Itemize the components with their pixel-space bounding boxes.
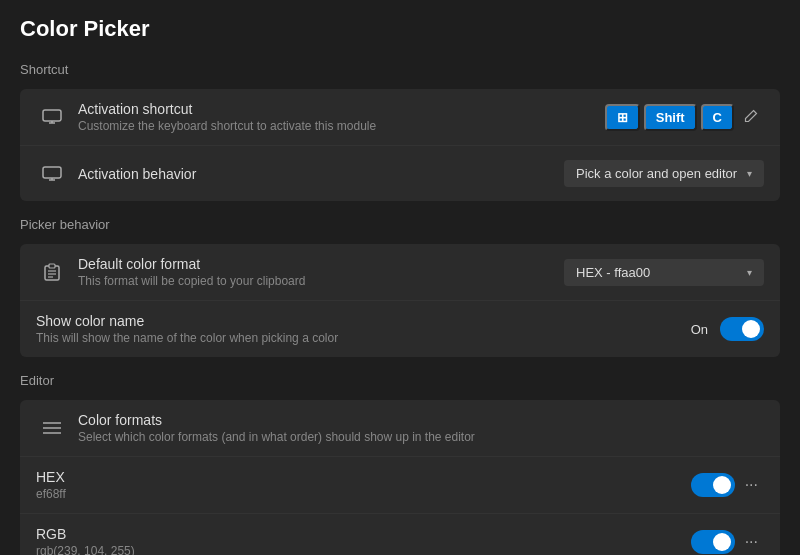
show-color-name-desc: This will show the name of the color whe… — [36, 331, 691, 345]
shortcut-section: Shortcut Activation shortcut Customize t… — [20, 62, 780, 201]
toggle-on-label: On — [691, 322, 708, 337]
hex-toggle[interactable] — [691, 473, 735, 497]
color-formats-row: Color formats Select which color formats… — [20, 400, 780, 456]
hex-more-button[interactable]: ··· — [739, 474, 764, 496]
rgb-format-action: ··· — [691, 530, 764, 554]
chevron-down-icon: ▾ — [747, 168, 752, 179]
shortcut-key-shift[interactable]: Shift — [644, 104, 697, 131]
picker-card: Default color format This format will be… — [20, 244, 780, 357]
toggle-track — [720, 317, 764, 341]
picker-section: Picker behavior Default color format Thi… — [20, 217, 780, 357]
show-color-name-toggle[interactable] — [720, 317, 764, 341]
toggle-thumb — [742, 320, 760, 338]
svg-rect-0 — [43, 110, 61, 121]
show-color-name-row: Show color name This will show the name … — [20, 300, 780, 357]
clipboard-icon — [36, 263, 68, 281]
list-icon — [36, 421, 68, 435]
rgb-toggle-track — [691, 530, 735, 554]
default-color-format-desc: This format will be copied to your clipb… — [78, 274, 564, 288]
color-format-value: HEX - ffaa00 — [576, 265, 650, 280]
color-formats-desc: Select which color formats (and in what … — [78, 430, 764, 444]
show-color-name-title: Show color name — [36, 313, 691, 329]
color-formats-title: Color formats — [78, 412, 764, 428]
activation-shortcut-title: Activation shortcut — [78, 101, 605, 117]
rgb-format-row: RGB rgb(239, 104, 255) ··· — [20, 513, 780, 555]
monitor-icon — [36, 109, 68, 125]
shortcut-section-label: Shortcut — [20, 62, 780, 81]
color-formats-content: Color formats Select which color formats… — [78, 412, 764, 444]
editor-section-label: Editor — [20, 373, 780, 392]
hex-format-content: HEX ef68ff — [36, 469, 691, 501]
rgb-format-content: RGB rgb(239, 104, 255) — [36, 526, 691, 555]
chevron-down-icon-2: ▾ — [747, 267, 752, 278]
shortcut-card: Activation shortcut Customize the keyboa… — [20, 89, 780, 201]
rgb-toggle[interactable] — [691, 530, 735, 554]
rgb-format-name: RGB — [36, 526, 691, 542]
default-color-format-title: Default color format — [78, 256, 564, 272]
shortcut-keys-action: ⊞ Shift C — [605, 104, 764, 131]
activation-shortcut-desc: Customize the keyboard shortcut to activ… — [78, 119, 605, 133]
activation-shortcut-row: Activation shortcut Customize the keyboa… — [20, 89, 780, 145]
activation-behavior-title: Activation behavior — [78, 166, 564, 182]
shortcut-key-c[interactable]: C — [701, 104, 734, 131]
hex-format-action: ··· — [691, 473, 764, 497]
activation-behavior-row: Activation behavior Pick a color and ope… — [20, 145, 780, 201]
rgb-more-button[interactable]: ··· — [739, 531, 764, 553]
editor-section: Editor Color formats Select which color … — [20, 373, 780, 555]
edit-shortcut-button[interactable] — [738, 105, 764, 130]
hex-format-row: HEX ef68ff ··· — [20, 456, 780, 513]
default-color-format-row: Default color format This format will be… — [20, 244, 780, 300]
show-color-name-action: On — [691, 317, 764, 341]
page-title: Color Picker — [20, 16, 780, 42]
monitor-icon-2 — [36, 166, 68, 182]
activation-behavior-value: Pick a color and open editor — [576, 166, 737, 181]
picker-section-label: Picker behavior — [20, 217, 780, 236]
svg-rect-3 — [43, 167, 61, 178]
activation-behavior-content: Activation behavior — [78, 166, 564, 182]
page-container: Color Picker Shortcut Activation shortcu… — [0, 0, 800, 555]
hex-toggle-thumb — [713, 476, 731, 494]
shortcut-key-win[interactable]: ⊞ — [605, 104, 640, 131]
activation-shortcut-content: Activation shortcut Customize the keyboa… — [78, 101, 605, 133]
default-color-format-action: HEX - ffaa00 ▾ — [564, 259, 764, 286]
hex-toggle-track — [691, 473, 735, 497]
activation-behavior-dropdown[interactable]: Pick a color and open editor ▾ — [564, 160, 764, 187]
svg-rect-7 — [49, 264, 55, 268]
hex-format-value: ef68ff — [36, 487, 691, 501]
rgb-format-value: rgb(239, 104, 255) — [36, 544, 691, 555]
default-color-format-content: Default color format This format will be… — [78, 256, 564, 288]
editor-card: Color formats Select which color formats… — [20, 400, 780, 555]
activation-behavior-action: Pick a color and open editor ▾ — [564, 160, 764, 187]
show-color-name-content: Show color name This will show the name … — [36, 313, 691, 345]
rgb-toggle-thumb — [713, 533, 731, 551]
color-format-dropdown[interactable]: HEX - ffaa00 ▾ — [564, 259, 764, 286]
hex-format-name: HEX — [36, 469, 691, 485]
